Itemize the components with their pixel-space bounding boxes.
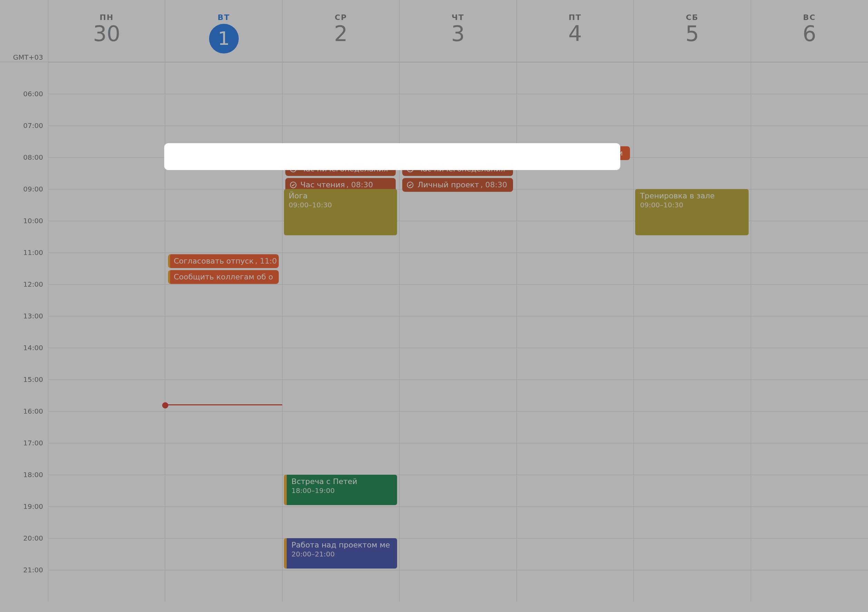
day-column-1[interactable]: Актуальная инициатиСогласовать отпуск, 1…: [165, 62, 282, 602]
day-of-week-label: ВС: [751, 13, 868, 22]
event-block[interactable]: Встреча с Петей 18:00–19:00: [284, 475, 397, 505]
event-time: 09:00–10:30: [289, 201, 394, 209]
event-pill[interactable]: Сообщить коллегам об о: [168, 270, 278, 284]
event-pill[interactable]: Час ничегонеделания: [285, 162, 396, 176]
day-header-2[interactable]: СР 2: [282, 0, 400, 62]
hour-gridlines: [165, 62, 282, 602]
hour-gridlines: [751, 62, 868, 602]
day-of-week-label: СБ: [634, 13, 750, 22]
hour-label: 15:00: [23, 375, 43, 384]
event-title: Актуальная инициати: [417, 149, 506, 157]
event-title: Актуальная инициати: [183, 149, 271, 157]
event-pill[interactable]: Актуальная инициати: [168, 146, 278, 160]
event-pill[interactable]: Личный проект, 08:30: [402, 178, 513, 192]
event-title: Час ничегонеделания: [301, 164, 388, 173]
header-gutter: [0, 0, 48, 62]
event-title: Встреча с Петей: [291, 477, 394, 487]
timezone-label: GMT+03: [13, 53, 43, 61]
event-title: Сообщить коллегам об о: [174, 273, 273, 281]
event-pill[interactable]: Час ничегонеделания: [402, 162, 513, 176]
day-header-0[interactable]: ПН 30: [48, 0, 165, 62]
hour-gridlines: [282, 62, 399, 602]
hour-label: 09:00: [23, 185, 43, 193]
hour-label: 17:00: [23, 439, 43, 447]
hour-label: 16:00: [23, 407, 43, 415]
day-column-0[interactable]: [48, 62, 165, 602]
day-of-week-label: ПТ: [517, 13, 633, 22]
day-of-week-label: ПН: [48, 13, 165, 22]
event-title: Час ничегонеделания: [417, 164, 505, 173]
hour-gridlines: [400, 62, 516, 602]
event-title: Личный проект: [417, 180, 479, 189]
day-number: 1: [209, 24, 239, 53]
day-number: 2: [282, 23, 399, 45]
event-pill[interactable]: Актуальная инициати: [519, 146, 630, 160]
day-header-6[interactable]: ВС 6: [751, 0, 868, 62]
hour-label: 06:00: [23, 90, 43, 98]
event-pill[interactable]: Актуальная инициати: [285, 146, 396, 160]
event-time: 09:00–10:30: [640, 201, 745, 209]
event-pill[interactable]: Актуальная инициати: [402, 146, 513, 160]
hour-gridlines: [634, 62, 750, 602]
event-title: Актуальная инициати: [301, 149, 389, 157]
event-time: , 11:0: [255, 257, 277, 265]
time-gutter: GMT+03 06:0007:0008:0009:0010:0011:0012:…: [0, 62, 48, 602]
hour-label: 21:00: [23, 566, 43, 574]
event-title: Работа над проектом ме: [291, 540, 394, 550]
event-time: , 08:30: [480, 180, 507, 189]
day-header-5[interactable]: СБ 5: [634, 0, 751, 62]
event-block[interactable]: Работа над проектом ме 20:00–21:00: [284, 538, 397, 569]
day-of-week-label: ЧТ: [400, 13, 516, 22]
day-header-1[interactable]: ВТ 1: [165, 0, 282, 62]
day-column-2[interactable]: Актуальная инициати Час ничегонеделания …: [282, 62, 400, 602]
day-of-week-label: ВТ: [165, 13, 282, 22]
hour-label: 18:00: [23, 471, 43, 479]
event-block[interactable]: Йога 09:00–10:30: [284, 189, 397, 235]
event-time: 18:00–19:00: [291, 487, 394, 495]
day-column-4[interactable]: Актуальная инициати: [517, 62, 634, 602]
day-number: 30: [48, 23, 165, 45]
day-header-3[interactable]: ЧТ 3: [400, 0, 516, 62]
hour-gridlines: [517, 62, 633, 602]
hour-label: 08:00: [23, 153, 43, 161]
week-header: ПН 30ВТ 1СР 2ЧТ 3ПТ 4СБ 5ВС 6: [0, 0, 868, 62]
day-column-6[interactable]: [751, 62, 868, 602]
week-grid[interactable]: GMT+03 06:0007:0008:0009:0010:0011:0012:…: [0, 62, 868, 602]
hour-label: 20:00: [23, 534, 43, 542]
event-title: Тренировка в зале: [640, 191, 745, 201]
event-pill[interactable]: Согласовать отпуск, 11:0: [168, 254, 278, 268]
hour-label: 14:00: [23, 344, 43, 352]
event-title: Час чтения: [301, 180, 345, 189]
hour-label: 12:00: [23, 280, 43, 288]
hour-label: 19:00: [23, 502, 43, 511]
event-block[interactable]: Тренировка в зале 09:00–10:30: [635, 189, 748, 235]
hour-label: 13:00: [23, 312, 43, 320]
day-number: 5: [634, 23, 750, 45]
hour-label: 07:00: [23, 121, 43, 130]
day-header-4[interactable]: ПТ 4: [517, 0, 634, 62]
day-number: 4: [517, 23, 633, 45]
event-title: Йога: [289, 191, 394, 201]
day-of-week-label: СР: [282, 13, 399, 22]
hour-label: 11:00: [23, 248, 43, 257]
hour-label: 10:00: [23, 217, 43, 225]
event-title: Согласовать отпуск: [174, 257, 254, 265]
event-title: Актуальная инициати: [535, 149, 623, 157]
day-column-5[interactable]: Тренировка в зале 09:00–10:30: [634, 62, 751, 602]
day-number: 3: [400, 23, 516, 45]
event-time: 20:00–21:00: [291, 550, 394, 559]
hour-gridlines: [48, 62, 165, 602]
day-number: 6: [751, 23, 868, 45]
event-time: , 08:30: [346, 180, 373, 189]
day-column-3[interactable]: Актуальная инициати Час ничегонеделания …: [400, 62, 516, 602]
